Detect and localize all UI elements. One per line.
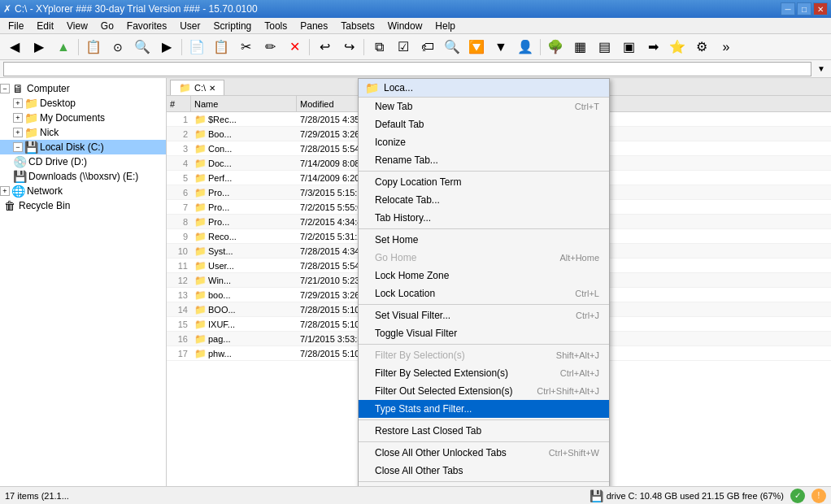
menu-item-help[interactable]: Help (429, 19, 462, 33)
warn-status-btn[interactable]: ! (811, 489, 826, 503)
expand-desktop[interactable]: + (13, 98, 23, 108)
sidebar-item-computer[interactable]: − 🖥 Computer (0, 81, 166, 96)
more-button[interactable]: » (715, 37, 737, 58)
menu-item-panes[interactable]: Panes (294, 19, 334, 33)
ctx-item-set-visual-filter-[interactable]: Set Visual Filter... Ctrl+J (359, 306, 609, 324)
minimize-button[interactable]: ─ (781, 2, 795, 15)
menu-item-view[interactable]: View (60, 19, 94, 33)
forward-button[interactable]: ▶ (28, 37, 50, 58)
star-button[interactable]: ⭐ (666, 37, 689, 58)
ok-status-btn[interactable]: ✓ (790, 489, 805, 503)
close-button[interactable]: ✕ (813, 2, 828, 15)
nick-icon: 📁 (24, 126, 37, 139)
expand-localc[interactable]: − (13, 142, 23, 152)
mask-button[interactable]: 👤 (514, 37, 537, 58)
row-num: 14 (167, 305, 191, 315)
menu-item-scripting[interactable]: Scripting (207, 19, 259, 33)
ctx-item-label: Toggle Visual Filter (375, 328, 457, 339)
menu-item-user[interactable]: User (173, 19, 207, 33)
paste-button[interactable]: 📋 (210, 37, 233, 58)
tag-button[interactable]: 🏷 (416, 37, 439, 58)
row-name: 📁 BOO... (191, 304, 297, 315)
row-num: 2 (167, 129, 191, 139)
arrow-button[interactable]: ➡ (642, 37, 664, 58)
ctx-item-relocate-tab-[interactable]: Relocate Tab... (359, 191, 609, 209)
zoom-button[interactable]: 🔍 (131, 37, 154, 58)
browse-button[interactable]: 📋 (82, 37, 105, 58)
rename-button[interactable]: ✏ (259, 37, 281, 58)
row-name: 📁 $Rec... (191, 114, 297, 125)
sidebar-item-downloads[interactable]: 💾 Downloads (\\boxsrv) (E:) (0, 169, 166, 184)
ctx-item-label: Default Tab (375, 119, 424, 130)
tab-c[interactable]: 📁 C:\ ✕ (170, 80, 224, 95)
back-button[interactable]: ◀ (3, 37, 26, 58)
ctx-item-lock-home-zone[interactable]: Lock Home Zone (359, 267, 609, 285)
ctx-item-type-stats-and-filter-[interactable]: Type Stats and Filter... (359, 400, 609, 418)
menu-item-edit[interactable]: Edit (30, 19, 60, 33)
expand-computer[interactable]: − (0, 84, 10, 93)
check-button[interactable]: ☑ (392, 37, 415, 58)
filter2-button[interactable]: ▼ (489, 37, 512, 58)
sidebar-item-localc[interactable]: − 💾 Local Disk (C:) (0, 140, 166, 154)
sidebar-item-nick[interactable]: + 📁 Nick (0, 125, 166, 140)
ctx-item-iconize[interactable]: Iconize (359, 133, 609, 151)
ctx-item-filter-by-selected-extension-s-[interactable]: Filter By Selected Extension(s) Ctrl+Alt… (359, 364, 609, 382)
ctx-item-close-tab[interactable]: Close Tab Ctrl+W, Ctrl+F4 (359, 484, 609, 486)
ctx-item-close-all-other-tabs[interactable]: Close All Other Tabs (359, 462, 609, 480)
filter-button[interactable]: 🔽 (465, 37, 488, 58)
view2-button[interactable]: ▤ (593, 37, 616, 58)
tree-button[interactable]: 🌳 (544, 37, 567, 58)
menu-item-window[interactable]: Window (381, 19, 429, 33)
sync-button[interactable]: ⊙ (107, 37, 129, 58)
cut-button[interactable]: ✂ (234, 37, 257, 58)
ctx-item-set-home[interactable]: Set Home (359, 231, 609, 249)
view3-button[interactable]: ▣ (617, 37, 640, 58)
tab-close[interactable]: ✕ (209, 84, 215, 93)
address-input[interactable]: C:\ (3, 62, 811, 76)
ctx-item-default-tab[interactable]: Default Tab (359, 115, 609, 133)
menu-item-file[interactable]: File (2, 19, 30, 33)
play-button[interactable]: ▶ (155, 37, 178, 58)
delete-button[interactable]: ✕ (283, 37, 306, 58)
menu-item-go[interactable]: Go (94, 19, 120, 33)
address-dropdown[interactable]: ▼ (815, 62, 828, 76)
ctx-item-label: Set Home (375, 234, 418, 245)
copy-button[interactable]: 📄 (185, 37, 208, 58)
col-header-num[interactable]: # (167, 96, 191, 111)
maximize-button[interactable]: □ (797, 2, 811, 15)
undo-button[interactable]: ↩ (313, 37, 336, 58)
sidebar-item-recyclebin[interactable]: 🗑 Recycle Bin (0, 198, 166, 213)
row-name: 📁 Doc... (191, 158, 297, 169)
expand-nick[interactable]: + (13, 128, 23, 137)
menu-item-tabsets[interactable]: Tabsets (334, 19, 381, 33)
col-header-name[interactable]: Name (191, 96, 297, 111)
menu-item-favorites[interactable]: Favorites (120, 19, 173, 33)
view1-button[interactable]: ▦ (568, 37, 591, 58)
settings-button[interactable]: ⚙ (690, 37, 713, 58)
expand-network[interactable]: + (0, 186, 10, 196)
redo-button[interactable]: ↪ (337, 37, 360, 58)
folder-icon: 📁 (194, 348, 207, 359)
ctx-item-close-all-other-unlocked-tabs[interactable]: Close All Other Unlocked Tabs Ctrl+Shift… (359, 444, 609, 462)
ctx-item-rename-tab-[interactable]: Rename Tab... (359, 151, 609, 169)
up-button[interactable]: ▲ (52, 37, 75, 58)
sidebar-item-mydocs[interactable]: + 📁 My Documents (0, 111, 166, 125)
sidebar-item-cddrive[interactable]: 💿 CD Drive (D:) (0, 154, 166, 169)
ctx-item-lock-location[interactable]: Lock Location Ctrl+L (359, 285, 609, 302)
ctx-item-shortcut: Ctrl+Shift+W (549, 448, 599, 458)
copy-to-button[interactable]: ⧉ (368, 37, 390, 58)
ctx-item-toggle-visual-filter[interactable]: Toggle Visual Filter (359, 324, 609, 342)
titlebar-controls[interactable]: ─ □ ✕ (781, 2, 828, 15)
ctx-item-tab-history-[interactable]: Tab History... (359, 209, 609, 227)
search-button[interactable]: 🔍 (441, 37, 463, 58)
ctx-item-copy-location-term[interactable]: Copy Location Term (359, 173, 609, 191)
menu-item-tools[interactable]: Tools (258, 19, 294, 33)
ctx-item-new-tab[interactable]: New Tab Ctrl+T (359, 98, 609, 115)
row-name: 📁 IXUF... (191, 319, 297, 330)
sidebar-item-desktop[interactable]: + 📁 Desktop (0, 96, 166, 111)
ctx-item-filter-out-selected-extension-s-[interactable]: Filter Out Selected Extension(s) Ctrl+Sh… (359, 382, 609, 400)
expand-mydocs[interactable]: + (13, 113, 23, 123)
sidebar-item-network[interactable]: + 🌐 Network (0, 184, 166, 198)
ctx-item-restore-last-closed-tab[interactable]: Restore Last Closed Tab (359, 422, 609, 440)
context-menu: 📁 Loca...New Tab Ctrl+TDefault Tab Iconi… (358, 78, 610, 486)
